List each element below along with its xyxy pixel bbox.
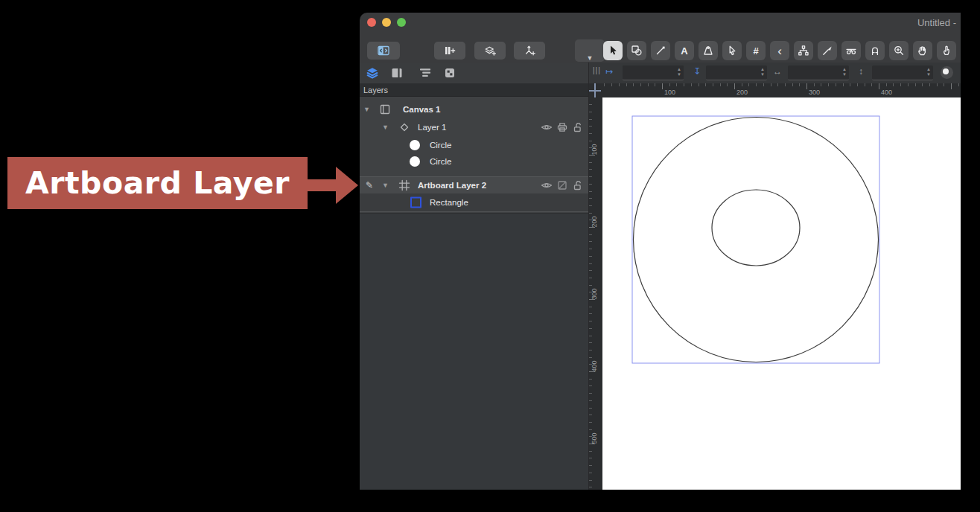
x-position-field2[interactable]: ▲▼	[623, 65, 684, 80]
shape-builder-tool[interactable]	[627, 41, 646, 60]
ruler-tick	[951, 83, 952, 89]
tab-artboards[interactable]	[389, 65, 404, 80]
tab-layers[interactable]	[365, 65, 380, 80]
layers-tab-icon	[366, 67, 378, 79]
scene-graph-tool[interactable]	[794, 41, 813, 60]
trapezoid-icon	[702, 45, 714, 57]
ruler-tick	[684, 83, 684, 86]
hand-tool[interactable]	[913, 41, 932, 60]
node-tool[interactable]	[722, 41, 742, 60]
eye-icon[interactable]	[541, 179, 553, 191]
traffic-light-zoom[interactable]	[397, 18, 406, 27]
crosshair-icon	[589, 90, 601, 92]
add-transform-button[interactable]	[514, 42, 545, 60]
ruler-tick	[865, 83, 865, 86]
ruler-tick	[850, 83, 850, 86]
ruler-tick	[589, 256, 592, 257]
layer-row-layer-1[interactable]: ▼Layer 1	[360, 119, 588, 135]
angle-tool[interactable]: ‹	[770, 41, 789, 60]
traffic-light-close[interactable]	[367, 18, 376, 27]
toolbar: ▼ A#‹	[360, 31, 961, 63]
ruler-tick	[777, 83, 778, 86]
ruler-label: 400	[881, 89, 892, 96]
line-tool[interactable]	[651, 41, 670, 60]
ruler-tick	[626, 83, 627, 86]
layer-label: Circle	[430, 141, 451, 150]
stepper-icon[interactable]: ▲▼	[926, 67, 931, 77]
ruler-tick	[676, 83, 677, 86]
traffic-light-minimize[interactable]	[382, 18, 391, 27]
stepper-icon[interactable]: ▲▼	[677, 67, 681, 77]
ruler-tick	[589, 263, 592, 264]
move-tool[interactable]	[603, 41, 623, 60]
tab-outline[interactable]	[418, 65, 433, 80]
layer-row-rectangle[interactable]: Rectangle	[360, 193, 588, 212]
canvas-svg[interactable]	[602, 97, 961, 490]
ruler-tick	[589, 342, 592, 343]
ruler-tick	[857, 83, 858, 86]
disclosure-triangle[interactable]: ▼	[382, 124, 389, 131]
ruler-tick	[589, 336, 592, 336]
snap-tool[interactable]	[865, 41, 885, 60]
eye-icon[interactable]	[541, 121, 553, 133]
layer-label: Canvas 1	[403, 105, 441, 114]
layer-row-canvas-1[interactable]: ▼Canvas 1	[360, 101, 588, 118]
style-dropdown[interactable]: ▼	[575, 39, 605, 62]
ruler-tick	[828, 83, 829, 86]
add-layer-button[interactable]	[474, 42, 506, 60]
ruler-corner	[589, 83, 602, 97]
app-window: Untitled - ▼ A#‹ Layers ▼Canvas 1▼Layer …	[360, 13, 961, 490]
ruler-label: 100	[591, 141, 598, 159]
disclosure-triangle[interactable]: ▼	[363, 106, 370, 113]
toggle-sidebar-button[interactable]	[367, 42, 400, 60]
ruler-tick	[589, 480, 592, 481]
color-well-button[interactable]	[941, 66, 953, 79]
ruler-tick	[843, 83, 844, 86]
grid-tool[interactable]: #	[746, 41, 766, 60]
tab-assets[interactable]	[442, 65, 457, 80]
zoom-tool[interactable]	[889, 41, 909, 60]
lock-icon[interactable]	[572, 179, 584, 191]
y-position-field[interactable]: ▲▼	[706, 65, 767, 80]
ruler-tick	[792, 83, 793, 86]
text-tool[interactable]: A	[675, 41, 694, 60]
noprint-icon[interactable]	[556, 179, 568, 191]
layer-row-circle[interactable]: Circle	[360, 137, 588, 153]
shape-tool[interactable]	[699, 41, 718, 60]
stepper-icon[interactable]: ▲▼	[842, 67, 847, 77]
add-artboard-button[interactable]	[434, 42, 465, 60]
lock-icon[interactable]	[572, 121, 584, 133]
circle-shape-1[interactable]	[634, 118, 879, 362]
ruler-tick	[879, 83, 879, 89]
document-area: |||▲▼↦▲▼↧▲▼↔▲▼↕▲▼ 100200300400 100200300…	[588, 63, 961, 490]
brush-tool[interactable]	[818, 41, 837, 60]
disclosure-triangle[interactable]: ▼	[382, 182, 389, 189]
assets-tab-icon	[444, 67, 456, 79]
layers-panel: Layers ▼Canvas 1▼Layer 1CircleCircle✎▼Ar…	[360, 63, 588, 490]
printer-icon[interactable]	[556, 121, 568, 133]
layer-row-artboard-layer-2[interactable]: ✎▼Artboard Layer 2	[360, 176, 588, 194]
ruler-tick	[836, 83, 836, 86]
height-field[interactable]: ▲▼	[872, 65, 933, 80]
layer-tree-empty-area	[360, 213, 588, 490]
ruler-tick	[589, 133, 592, 134]
ruler-tick	[589, 473, 592, 473]
stepper-icon[interactable]: ▲▼	[760, 67, 765, 77]
cut-tool[interactable]	[841, 41, 861, 60]
horizontal-ruler[interactable]: 100200300400	[602, 83, 961, 97]
circle-shape-2[interactable]	[712, 190, 800, 266]
touch-tool[interactable]	[937, 41, 956, 60]
ruler-tick	[937, 83, 938, 86]
annotation-label: Artboard Layer	[25, 165, 290, 201]
ruler-tick	[799, 83, 800, 86]
ruler-tick	[589, 465, 592, 466]
geometry-inspector-bar: |||▲▼↦▲▼↧▲▼↔▲▼↕▲▼	[589, 63, 961, 83]
width-field[interactable]: ▲▼	[788, 65, 849, 80]
layer-row-circle[interactable]: Circle	[360, 153, 588, 170]
ruler-tick	[915, 83, 916, 86]
ruler-tick	[589, 379, 592, 380]
rectangle-thumbnail	[410, 197, 421, 208]
canvas-viewport[interactable]	[602, 97, 961, 490]
vertical-ruler[interactable]: 100200300400500	[589, 97, 602, 490]
ruler-label: 300	[809, 89, 820, 96]
